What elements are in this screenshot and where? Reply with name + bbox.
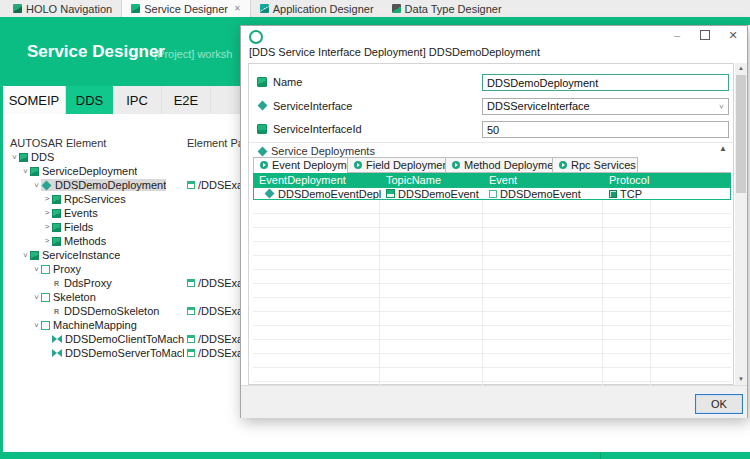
deployment-tab-method-deployments[interactable]: Method Deployments (445, 157, 553, 173)
path-icon (187, 307, 195, 315)
chevron-down-icon[interactable]: > (32, 292, 40, 302)
cell-text: DDSDemoEvent (398, 188, 479, 199)
table-empty-row (253, 214, 731, 228)
empty-cell (483, 298, 603, 311)
empty-cell (483, 214, 603, 227)
field-input-name[interactable]: DDSDemoDeployment (482, 74, 729, 91)
service-designer-view: Service Designer [Project] worksh SOMEIP… (3, 25, 240, 452)
tree-item-label: DDSDemoSkeleton (64, 305, 159, 317)
table-empty-row (253, 270, 731, 284)
tree-item-label-wrap: MachineMapping (41, 319, 137, 331)
empty-cell (651, 270, 731, 283)
empty-cell (483, 354, 603, 367)
tree-item-label: DDS (31, 151, 54, 163)
chevron-right-icon[interactable]: > (42, 195, 52, 203)
chevron-down-icon[interactable]: > (32, 320, 40, 330)
tree-item-machinemapping[interactable]: >MachineMapping (3, 318, 271, 332)
dialog-titlebar[interactable]: – ✕ (241, 26, 747, 44)
chevron-down-icon[interactable]: > (10, 152, 18, 162)
tree-item-servicedeployment[interactable]: >ServiceDeployment (3, 164, 260, 178)
empty-cell (483, 326, 603, 339)
empty-cell (253, 298, 380, 311)
deployment-tab-rpc-services[interactable]: Rpc Services (552, 157, 638, 173)
tree-item-label-wrap: DDS (19, 151, 54, 163)
ok-button[interactable]: OK (695, 394, 743, 414)
protocol-icon (609, 190, 617, 198)
empty-cell (651, 284, 731, 297)
chevron-down-icon[interactable]: > (32, 264, 40, 274)
tree-item-skeleton[interactable]: >Skeleton (3, 290, 271, 304)
column-header-topicname[interactable]: TopicName (380, 173, 483, 187)
tree-item-label: Methods (64, 235, 106, 247)
tab-close-icon[interactable]: ✕ (234, 4, 241, 13)
table-row[interactable]: DDSDemoEventDeploymentDDSDemoEventDDSDem… (253, 187, 731, 200)
table-cell-4: TCP (604, 188, 652, 199)
empty-cell (483, 228, 603, 241)
empty-cell (253, 368, 380, 381)
empty-cell (380, 270, 483, 283)
tree-item-ddsdemodeployment[interactable]: >DDSDemoDeployment/DDSExamp (3, 178, 271, 192)
field-row-serviceinterface: ServiceInterfaceDDSServiceInterface> (249, 98, 733, 115)
deployment-tab-field-deployments[interactable]: Field Deployments (347, 157, 446, 173)
table-empty-row (253, 242, 731, 256)
section-collapse-icon[interactable]: ▲ (719, 144, 727, 153)
tree-item-label-wrap: RDdsProxy (52, 277, 112, 289)
table-empty-row (253, 298, 731, 312)
empty-cell (603, 326, 651, 339)
deployment-tab-bar: Event DeploymentsField DeploymentsMethod… (253, 157, 731, 173)
application-designer-icon (260, 4, 269, 13)
table-empty-row (253, 256, 731, 270)
autosar-element-tree: >DDS>ServiceDeployment>DDSDemoDeployment… (3, 25, 243, 452)
tree-item-label: ServiceDeployment (42, 165, 137, 177)
minimize-icon[interactable]: – (663, 26, 691, 44)
tree-item-label-wrap: RpcServices (52, 193, 126, 205)
editor-tab-data-type-designer[interactable]: Data Type Designer (383, 0, 511, 17)
close-icon[interactable]: ✕ (719, 26, 747, 44)
tree-item-dds[interactable]: >DDS (3, 150, 249, 164)
chevron-down-icon[interactable]: > (21, 166, 29, 176)
dialog-scrollbar[interactable]: ▲ ▼ (735, 63, 747, 385)
column-header-event[interactable]: Event (483, 173, 603, 187)
tree-item-label-wrap: Methods (52, 235, 106, 247)
maximize-icon[interactable] (691, 26, 719, 44)
tree-item-serviceinstance[interactable]: >ServiceInstance (3, 248, 260, 262)
tree-item-proxy[interactable]: >Proxy (3, 262, 271, 276)
table-empty-row (253, 368, 731, 382)
empty-cell (253, 256, 380, 269)
scroll-down-icon[interactable]: ▼ (735, 374, 747, 385)
deployment-tab-event-deployments[interactable]: Event Deployments (253, 157, 348, 173)
empty-cell (380, 228, 483, 241)
tree-item-label-wrap: Proxy (41, 263, 81, 275)
empty-cell (651, 214, 731, 227)
scrollbar-thumb[interactable] (736, 75, 746, 193)
empty-cell (651, 242, 731, 255)
tree-item-label: ServiceInstance (42, 249, 120, 261)
empty-cell (603, 214, 651, 227)
field-input-serviceinterfaceid[interactable]: 50 (482, 121, 729, 138)
chevron-down-icon[interactable]: > (32, 180, 40, 190)
empty-cell (380, 284, 483, 297)
scroll-up-icon[interactable]: ▲ (735, 63, 747, 74)
empty-cell (253, 354, 380, 367)
column-header-spacer (651, 173, 731, 187)
chevron-right-icon[interactable]: > (42, 209, 52, 217)
column-header-eventdeployment[interactable]: EventDeployment (253, 173, 380, 187)
editor-tab-service-designer[interactable]: Service Designer✕ (121, 0, 250, 17)
event-deployment-table: EventDeploymentTopicNameEventProtocolDDS… (253, 173, 731, 396)
field-input-serviceinterface[interactable]: DDSServiceInterface> (482, 98, 729, 115)
chevron-right-icon[interactable]: > (42, 223, 52, 231)
chevron-right-icon[interactable]: > (42, 237, 52, 245)
tree-item-label-wrap: Skeleton (41, 291, 96, 303)
tree-item-label-wrap: ServiceDeployment (30, 165, 137, 177)
instance-icon: R (52, 279, 61, 288)
column-header-protocol[interactable]: Protocol (603, 173, 651, 187)
empty-cell (651, 326, 731, 339)
tree-item-label: Skeleton (53, 291, 96, 303)
empty-cell (603, 312, 651, 325)
empty-cell (483, 200, 603, 213)
chevron-down-icon[interactable]: > (717, 104, 726, 109)
chevron-down-icon[interactable]: > (21, 250, 29, 260)
field-label-serviceinterfaceid: ServiceInterfaceId (273, 123, 362, 135)
editor-tab-holo-navigation[interactable]: HOLO Navigation (4, 0, 121, 17)
editor-tab-application-designer[interactable]: Application Designer (251, 0, 383, 17)
